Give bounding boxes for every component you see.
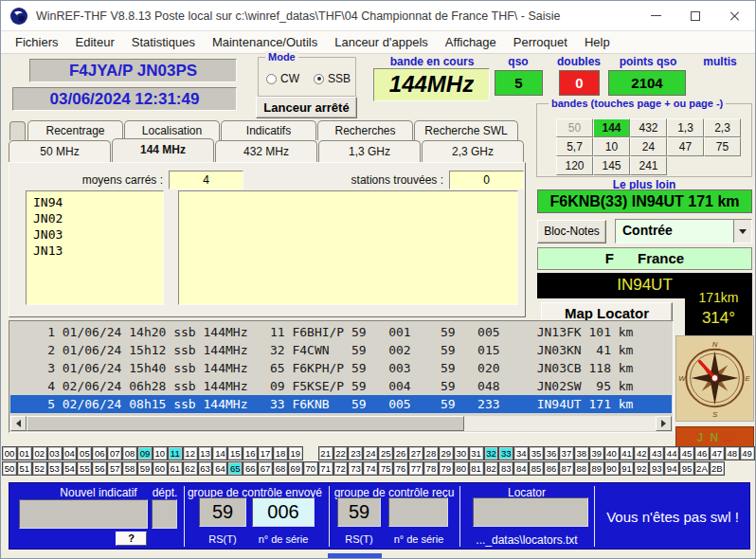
minimize-icon[interactable] — [636, 1, 675, 30]
band-cell-47[interactable]: 47 — [667, 137, 704, 156]
num-cell-2b[interactable]: 2B — [710, 461, 725, 476]
qso-row-4[interactable]: 4 02/06/24 06h28 ssb 144MHz 09 F5KSE/P 5… — [10, 377, 672, 395]
tab-recherches[interactable]: Recherches — [317, 120, 413, 140]
num-cell-03[interactable]: 03 — [47, 446, 63, 460]
num-cell-39[interactable]: 39 — [589, 446, 604, 460]
maximize-icon[interactable] — [675, 1, 715, 30]
num-cell-13[interactable]: 13 — [198, 446, 213, 460]
num-cell-65[interactable]: 65 — [227, 461, 243, 476]
num-cell-32[interactable]: 32 — [484, 446, 499, 460]
num-cell-79[interactable]: 79 — [439, 461, 454, 476]
num-cell-80[interactable]: 80 — [454, 461, 469, 476]
qso-row-3[interactable]: 3 01/06/24 15h40 ssb 144MHz 65 F6KPH/P 5… — [10, 359, 672, 377]
menu-item-help[interactable]: Help — [576, 35, 619, 49]
num-cell-40[interactable]: 40 — [604, 446, 620, 460]
sent-serial-field[interactable]: 006 — [252, 497, 315, 527]
num-cell-62[interactable]: 62 — [183, 461, 198, 476]
radio-ssb[interactable]: SSB — [314, 72, 351, 85]
num-cell-63[interactable]: 63 — [198, 461, 213, 476]
num-cell-29[interactable]: 29 — [439, 446, 454, 460]
num-cell-08[interactable]: 08 — [122, 446, 137, 460]
new-callsign-input[interactable] — [19, 499, 148, 529]
num-cell-74[interactable]: 74 — [363, 461, 378, 476]
tab-2-3-ghz[interactable]: 2,3 GHz — [422, 140, 524, 162]
square-jn03[interactable]: JN03 — [33, 226, 163, 243]
tab-432-mhz[interactable]: 432 MHz — [215, 140, 317, 162]
lanceur-button[interactable]: Lanceur arrêté — [256, 97, 357, 118]
num-cell-28[interactable]: 28 — [423, 446, 439, 460]
num-cell-2a[interactable]: 2A — [694, 461, 710, 476]
menu-item-maintenance-outils[interactable]: Maintenance/Outils — [204, 35, 326, 49]
num-cell-51[interactable]: 51 — [17, 461, 32, 476]
num-cell-49[interactable]: 49 — [740, 446, 755, 460]
band-cell-10[interactable]: 10 — [593, 137, 630, 156]
notes-button[interactable]: Bloc-Notes — [537, 220, 606, 243]
num-cell-91[interactable]: 91 — [620, 461, 635, 476]
num-cell-48[interactable]: 48 — [725, 446, 740, 460]
num-cell-05[interactable]: 05 — [77, 446, 92, 460]
scrollbar-thumb[interactable] — [27, 416, 464, 431]
tab-50-mhz[interactable]: 50 MHz — [9, 140, 111, 162]
num-cell-18[interactable]: 18 — [273, 446, 288, 460]
num-cell-24[interactable]: 24 — [363, 446, 378, 460]
num-cell-54[interactable]: 54 — [63, 461, 78, 476]
qso-row-2[interactable]: 2 01/06/24 15h12 ssb 144MHz 32 F4CWN 59 … — [10, 341, 672, 359]
num-cell-59[interactable]: 59 — [137, 461, 153, 476]
chevron-down-icon[interactable] — [733, 220, 751, 243]
horizontal-scrollbar[interactable] — [10, 416, 672, 431]
num-cell-04[interactable]: 04 — [63, 446, 78, 460]
num-cell-95[interactable]: 95 — [679, 461, 694, 476]
num-cell-58[interactable]: 58 — [122, 461, 137, 476]
square-jn02[interactable]: JN02 — [33, 210, 163, 226]
num-cell-57[interactable]: 57 — [107, 461, 122, 476]
scroll-left-icon[interactable] — [10, 416, 27, 431]
num-cell-73[interactable]: 73 — [348, 461, 363, 476]
num-cell-21[interactable]: 21 — [318, 446, 333, 460]
menu-item-affichage[interactable]: Affichage — [437, 35, 505, 49]
band-cell-145[interactable]: 145 — [593, 156, 630, 175]
num-cell-78[interactable]: 78 — [423, 461, 439, 476]
num-cell-60[interactable]: 60 — [153, 461, 168, 476]
num-cell-92[interactable]: 92 — [634, 461, 649, 476]
band-cell-2-3[interactable]: 2,3 — [704, 118, 741, 137]
qso-row-5[interactable]: 5 02/06/24 08h15 ssb 144MHz 33 F6KNB 59 … — [10, 395, 672, 413]
num-cell-38[interactable]: 38 — [574, 446, 589, 460]
band-cell-432[interactable]: 432 — [630, 118, 667, 137]
num-cell-82[interactable]: 82 — [484, 461, 499, 476]
num-cell-44[interactable]: 44 — [664, 446, 679, 460]
squares-list[interactable]: IN94JN02JN03JN13 — [26, 190, 164, 305]
num-cell-02[interactable]: 02 — [32, 446, 47, 460]
menu-item-lanceur-d-appels[interactable]: Lanceur d'appels — [326, 35, 437, 49]
num-cell-10[interactable]: 10 — [153, 446, 168, 460]
band-cell-5-7[interactable]: 5,7 — [556, 137, 593, 156]
tab-1-3-ghz[interactable]: 1,3 GHz — [318, 140, 421, 162]
scrollbar-track[interactable] — [464, 416, 656, 431]
num-cell-06[interactable]: 06 — [92, 446, 107, 460]
num-cell-50[interactable]: 50 — [2, 461, 17, 476]
num-cell-87[interactable]: 87 — [559, 461, 574, 476]
num-cell-94[interactable]: 94 — [664, 461, 679, 476]
num-cell-11[interactable]: 11 — [168, 446, 183, 460]
num-cell-46[interactable]: 46 — [694, 446, 710, 460]
num-cell-27[interactable]: 27 — [408, 446, 423, 460]
band-cell-75[interactable]: 75 — [704, 137, 741, 156]
tab-recentrage[interactable]: Recentrage — [27, 120, 123, 140]
num-cell-25[interactable]: 25 — [378, 446, 393, 460]
num-cell-33[interactable]: 33 — [498, 446, 513, 460]
band-cell-50[interactable]: 50 — [556, 118, 593, 137]
num-cell-67[interactable]: 67 — [258, 461, 273, 476]
num-cell-43[interactable]: 43 — [649, 446, 664, 460]
stations-list[interactable] — [178, 190, 518, 305]
square-jn13[interactable]: JN13 — [33, 243, 163, 259]
num-cell-85[interactable]: 85 — [529, 461, 544, 476]
num-cell-35[interactable]: 35 — [529, 446, 544, 460]
num-cell-72[interactable]: 72 — [333, 461, 349, 476]
num-cell-75[interactable]: 75 — [378, 461, 393, 476]
num-cell-61[interactable]: 61 — [168, 461, 183, 476]
num-cell-68[interactable]: 68 — [273, 461, 288, 476]
num-cell-69[interactable]: 69 — [288, 461, 303, 476]
num-cell-83[interactable]: 83 — [498, 461, 513, 476]
num-cell-14[interactable]: 14 — [212, 446, 227, 460]
band-cell-241[interactable]: 241 — [630, 156, 667, 175]
num-cell-26[interactable]: 26 — [393, 446, 408, 460]
